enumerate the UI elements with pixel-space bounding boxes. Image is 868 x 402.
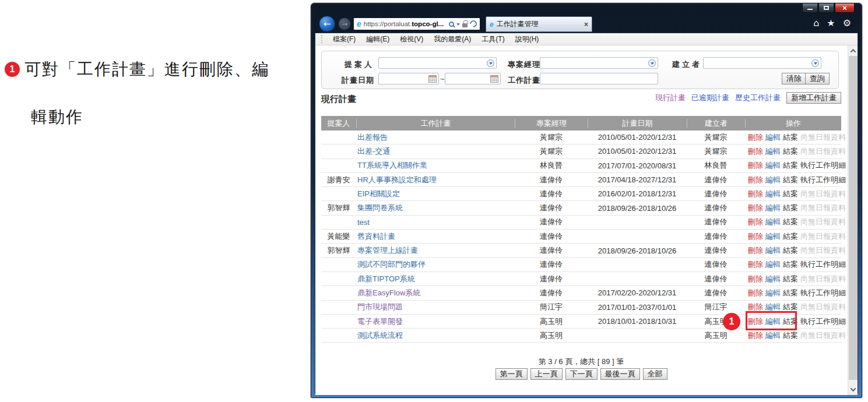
edit-link[interactable]: 編輯 xyxy=(765,146,781,157)
pagination-button-2[interactable]: 上一頁 xyxy=(530,368,563,380)
close-case-link[interactable]: 結案 xyxy=(783,245,798,256)
scroll-down-button[interactable] xyxy=(848,385,858,394)
search-icon[interactable] xyxy=(449,22,454,27)
proposer-input[interactable] xyxy=(379,58,496,69)
delete-link[interactable]: 刪除 xyxy=(748,146,763,157)
pagination-button-3[interactable]: 下一頁 xyxy=(565,368,598,380)
menu-item-1[interactable]: 檔案(F) xyxy=(328,34,361,44)
report-status-link[interactable]: 執行工作明細 xyxy=(800,160,846,171)
plan-link[interactable]: EIP相關設定 xyxy=(357,189,400,198)
edit-link[interactable]: 編輯 xyxy=(765,160,781,171)
date-from-field[interactable] xyxy=(378,73,439,84)
plan-link[interactable]: 出差報告 xyxy=(357,133,388,142)
scroll-up-button[interactable] xyxy=(848,46,858,56)
section-nav-link-1[interactable]: 現行計畫 xyxy=(655,93,686,103)
edit-link[interactable]: 編輯 xyxy=(765,132,781,143)
work-plan-field[interactable] xyxy=(540,73,658,84)
calendar-icon[interactable] xyxy=(490,75,498,83)
home-icon[interactable]: ⌂ xyxy=(813,17,819,29)
edit-link[interactable]: 編輯 xyxy=(765,217,781,227)
close-window-button[interactable]: × xyxy=(835,3,855,13)
close-case-link[interactable]: 結案 xyxy=(783,288,798,298)
edit-link[interactable]: 編輯 xyxy=(765,330,781,341)
plan-link[interactable]: 專案管理上線計畫 xyxy=(357,246,418,255)
close-case-link[interactable]: 結案 xyxy=(783,146,798,157)
edit-link[interactable]: 編輯 xyxy=(765,288,781,298)
plan-link[interactable]: HR人事事務設定和處理 xyxy=(357,175,437,184)
proposer-dropdown-icon[interactable] xyxy=(487,59,494,67)
maximize-button[interactable] xyxy=(818,3,834,13)
minimize-button[interactable] xyxy=(802,3,818,13)
delete-link[interactable]: 刪除 xyxy=(748,175,763,185)
delete-link[interactable]: 刪除 xyxy=(748,217,763,227)
creator-dropdown-icon[interactable] xyxy=(811,59,819,67)
delete-link[interactable]: 刪除 xyxy=(748,189,763,199)
close-case-link[interactable]: 結案 xyxy=(783,189,798,199)
settings-gear-icon[interactable]: ⚙ xyxy=(843,17,851,29)
close-tab-icon[interactable]: × xyxy=(584,20,588,29)
delete-link[interactable]: 刪除 xyxy=(748,132,763,143)
date-to-field[interactable] xyxy=(445,73,501,84)
manager-input[interactable] xyxy=(540,58,658,69)
browser-tab[interactable]: e 工作計畫管理 × xyxy=(486,16,592,32)
edit-link[interactable]: 編輯 xyxy=(765,231,781,242)
pagination-button-4[interactable]: 最後一頁 xyxy=(600,368,640,380)
menu-item-4[interactable]: 我的最愛(A) xyxy=(428,34,476,44)
edit-link[interactable]: 編輯 xyxy=(765,274,781,284)
manager-select[interactable] xyxy=(540,57,658,69)
plan-link[interactable]: 舊資料計畫 xyxy=(357,232,395,241)
add-work-plan-button[interactable]: 新增工作計畫 xyxy=(786,92,841,104)
query-button[interactable]: 查詢 xyxy=(805,73,830,84)
delete-link[interactable]: 刪除 xyxy=(748,330,763,341)
plan-link[interactable]: 電子表單開發 xyxy=(357,317,403,326)
report-status-link[interactable]: 執行工作明細 xyxy=(800,316,846,327)
menu-item-3[interactable]: 檢視(V) xyxy=(395,34,428,44)
plan-link[interactable]: 測試系統流程 xyxy=(357,331,403,340)
delete-link[interactable]: 刪除 xyxy=(748,274,763,284)
close-case-link[interactable]: 結案 xyxy=(783,132,798,143)
plan-link[interactable]: TT系統導入相關作業 xyxy=(357,161,427,170)
edit-link[interactable]: 編輯 xyxy=(765,175,781,185)
plan-link[interactable]: 出差-交通 xyxy=(357,147,390,156)
plan-link[interactable]: 集團問卷系統 xyxy=(357,203,403,212)
work-plan-input[interactable] xyxy=(540,74,658,84)
edit-link[interactable]: 編輯 xyxy=(765,189,781,199)
plan-link[interactable]: 測試不同部門的夥伴 xyxy=(357,260,426,269)
search-dropdown-icon[interactable] xyxy=(456,23,460,27)
menu-item-5[interactable]: 工具(T) xyxy=(476,34,509,44)
close-case-link[interactable]: 結案 xyxy=(783,175,798,185)
refresh-icon[interactable] xyxy=(469,19,479,29)
close-case-link[interactable]: 結案 xyxy=(783,231,798,242)
plan-link[interactable]: test xyxy=(357,218,370,227)
close-case-link[interactable]: 結案 xyxy=(783,274,798,284)
forward-button[interactable]: → xyxy=(338,17,351,30)
delete-link[interactable]: 刪除 xyxy=(748,160,763,171)
pagination-button-5[interactable]: 全部 xyxy=(643,368,667,380)
back-button[interactable]: ← xyxy=(319,16,335,32)
creator-input[interactable] xyxy=(704,58,821,69)
vertical-scrollbar[interactable] xyxy=(848,45,858,395)
edit-link[interactable]: 編輯 xyxy=(765,245,781,256)
plan-link[interactable]: 鼎新TIPTOP系統 xyxy=(357,274,415,283)
close-case-link[interactable]: 結案 xyxy=(783,203,798,213)
delete-link[interactable]: 刪除 xyxy=(748,203,763,213)
scrollbar-thumb[interactable] xyxy=(849,56,858,380)
close-case-link[interactable]: 結案 xyxy=(783,160,798,171)
close-case-link[interactable]: 結案 xyxy=(783,330,798,341)
clear-button[interactable]: 清除 xyxy=(782,73,806,84)
report-status-link[interactable]: 執行工作明細 xyxy=(800,288,846,298)
close-case-link[interactable]: 結案 xyxy=(783,217,798,227)
report-status-link[interactable]: 執行工作明細 xyxy=(800,175,846,185)
section-nav-link-2[interactable]: 已逾期計畫 xyxy=(691,93,729,103)
delete-link[interactable]: 刪除 xyxy=(748,245,763,256)
pagination-button-1[interactable]: 第一頁 xyxy=(496,368,528,380)
report-status-link[interactable]: 執行工作明細 xyxy=(800,259,846,270)
calendar-icon[interactable] xyxy=(428,75,437,83)
close-case-link[interactable]: 結案 xyxy=(783,259,798,270)
plan-link[interactable]: 門市現場問題 xyxy=(357,302,403,311)
edit-link[interactable]: 編輯 xyxy=(765,259,781,270)
edit-link[interactable]: 編輯 xyxy=(765,203,781,213)
proposer-select[interactable] xyxy=(378,57,497,69)
menu-item-2[interactable]: 編輯(E) xyxy=(361,34,395,44)
delete-link[interactable]: 刪除 xyxy=(748,259,763,270)
